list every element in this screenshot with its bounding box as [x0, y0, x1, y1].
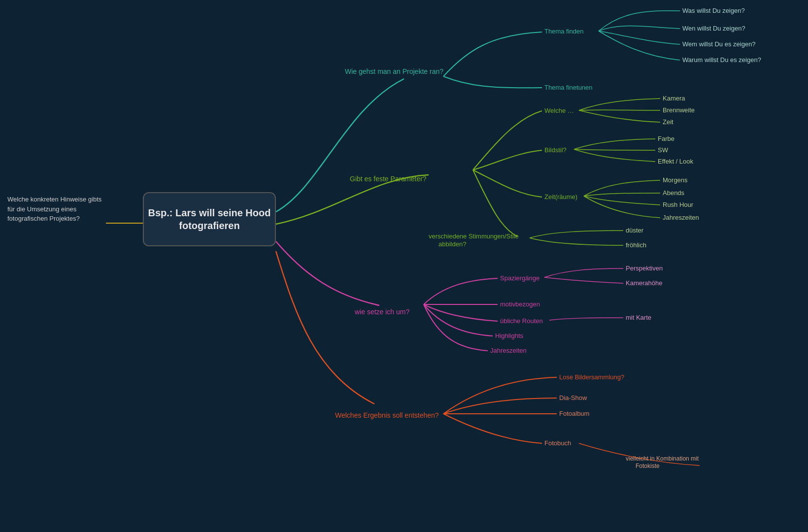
- mindmap-svg: Wie gehst man an Projekte ran? Thema fin…: [0, 0, 808, 532]
- branch-label-teal: Wie gehst man an Projekte ran?: [345, 67, 443, 75]
- diashow-label: Dia-Show: [559, 394, 587, 401]
- duester-label: düster: [626, 227, 644, 234]
- fotoalbum-label: Fotoalbum: [559, 410, 589, 417]
- fotobuch-label: Fotobuch: [544, 439, 571, 447]
- thema-finetunen-label: Thema finetunen: [544, 84, 593, 91]
- brennweite-label: Brennweite: [663, 106, 695, 114]
- effekt-label: Effekt / Look: [658, 158, 694, 165]
- child-warum-label: Warum willst Du es zeigen?: [682, 56, 761, 64]
- child-was-label: Was willst Du zeigen?: [682, 7, 745, 14]
- child-wem-label: Wem willst Du es zeigen?: [682, 40, 756, 48]
- jahreszeiten-green-label: Jahreszeiten: [663, 214, 699, 221]
- highlights-label: Highlights: [495, 332, 524, 339]
- froehlich-label: fröhlich: [626, 241, 646, 249]
- branch-label-pink: wie setze ich um?: [354, 308, 409, 316]
- fotokiste-label: vielleicht in Kombination mit: [626, 455, 699, 462]
- zeit-label: Zeit: [663, 118, 673, 126]
- welche-label: Welche …: [544, 107, 574, 114]
- jahreszeiten-pink-label: Jahreszeiten: [490, 347, 527, 354]
- kamera-label: Kamera: [663, 95, 685, 102]
- thema-finden-label: Thema finden: [544, 28, 584, 35]
- zeitraeume-label: Zeit(räume): [544, 193, 577, 200]
- farbe-label: Farbe: [658, 135, 674, 142]
- branch-label-orange: Welches Ergebnis soll entstehen?: [335, 411, 439, 419]
- child-wen-label: Wen willst Du zeigen?: [682, 25, 745, 32]
- center-node: Bsp.: Lars will seine Hoodfotografieren: [143, 192, 276, 246]
- bildstil-label: Bildstil?: [544, 146, 567, 154]
- motivbezogen-label: motivbezogen: [500, 300, 540, 308]
- branch-label-green: Gibt es feste Parameter?: [350, 175, 427, 183]
- perspektiven-label: Perspektiven: [626, 265, 663, 272]
- lose-label: Lose Bildersammlung?: [559, 373, 624, 381]
- sw-label: SW: [658, 146, 669, 154]
- abends-label: Abends: [663, 189, 685, 197]
- spaziergaenge-label: Spaziergänge: [500, 274, 539, 282]
- mit-karte-label: mit Karte: [626, 314, 651, 321]
- fotokiste-label2: Fotokiste: [636, 463, 660, 469]
- abbilden-label: abbilden?: [438, 240, 466, 248]
- kamerahoehe-label: Kamerahöhe: [626, 279, 662, 287]
- morgens-label: Morgens: [663, 176, 688, 184]
- stimmungen-label: verschiedene Stimmungen/Stile: [429, 233, 519, 240]
- rush-hour-label: Rush Hour: [663, 201, 694, 208]
- uebl-routen-label: übliche Routen: [500, 317, 543, 325]
